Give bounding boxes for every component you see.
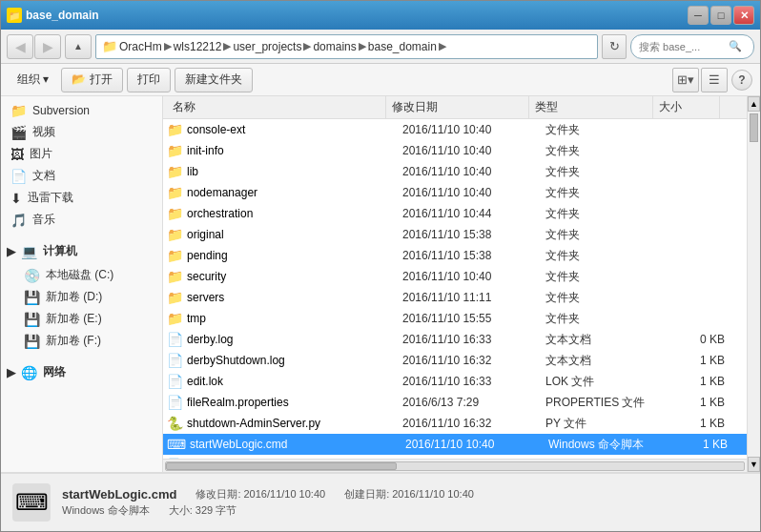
- h-scrollbar-area: [163, 459, 747, 472]
- refresh-button[interactable]: ↻: [602, 34, 627, 59]
- col-header-size[interactable]: 大小: [653, 96, 720, 118]
- table-row[interactable]: 🐍 shutdown-AdminServer.py 2016/11/10 16:…: [163, 413, 747, 434]
- sidebar-item-f-drive[interactable]: 💾 新加卷 (F:): [1, 330, 162, 352]
- sidebar-item-download[interactable]: ⬇ 迅雷下载: [1, 187, 162, 209]
- sidebar-label-video: 视频: [32, 124, 55, 140]
- sidebar-item-d-drive[interactable]: 💾 新加卷 (D:): [1, 286, 162, 308]
- table-row[interactable]: ⌨ startWebLogic.cmd 2016/11/10 10:40 Win…: [163, 434, 747, 455]
- file-date: 2016/11/10 10:40: [397, 186, 540, 199]
- table-row[interactable]: 📁 servers 2016/11/10 11:11 文件夹: [163, 287, 747, 308]
- table-row[interactable]: 📁 console-ext 2016/11/10 10:40 文件夹: [163, 119, 747, 140]
- open-button[interactable]: 📂 打开: [61, 68, 122, 92]
- sidebar-section-network[interactable]: ▶ 🌐 网络: [1, 359, 162, 385]
- toolbar: 组织 ▾ 📂 打开 打印 新建文件夹 ⊞▾ ☰ ?: [1, 64, 760, 96]
- view-mode-button[interactable]: ⊞▾: [672, 68, 699, 92]
- back-button[interactable]: ◀: [7, 34, 33, 59]
- file-type: Windows 命令脚本: [543, 437, 667, 453]
- sidebar-item-pictures[interactable]: 🖼 图片: [1, 143, 162, 165]
- col-header-name[interactable]: 名称: [167, 96, 386, 118]
- e-drive-icon: 💾: [24, 312, 40, 327]
- file-date: 2016/11/10 10:40: [397, 270, 540, 283]
- file-type-icon: 📁: [167, 290, 183, 305]
- file-size: 1 KB: [664, 417, 730, 430]
- view-list-button[interactable]: ☰: [701, 68, 728, 92]
- content-area: 📁 Subversion 🎬 视频 🖼 图片 📄 文档 ⬇ 迅雷下载 🎵: [1, 96, 760, 472]
- new-folder-button[interactable]: 新建文件夹: [175, 68, 253, 92]
- file-list-container: 名称 修改日期 类型 大小 📁 console-ext 2016/11/10 1…: [163, 96, 747, 472]
- network-icon: 🌐: [21, 365, 37, 380]
- address-path[interactable]: 📁 OracHm ▶ wls12212 ▶ user_projects ▶ do…: [95, 34, 598, 59]
- file-type-icon: 📁: [167, 164, 183, 179]
- file-name: security: [187, 270, 397, 283]
- table-row[interactable]: 📁 original 2016/11/10 15:38 文件夹: [163, 224, 747, 245]
- scroll-up-button[interactable]: ▲: [748, 96, 760, 112]
- table-row[interactable]: 📄 fileRealm.properties 2016/6/13 7:29 PR…: [163, 392, 747, 413]
- table-row[interactable]: 📁 pending 2016/11/10 15:38 文件夹: [163, 245, 747, 266]
- close-button[interactable]: ✕: [733, 6, 754, 25]
- sidebar-label-subversion: Subversion: [32, 104, 90, 117]
- file-name: console-ext: [187, 123, 397, 136]
- table-row[interactable]: 📁 lib 2016/11/10 10:40 文件夹: [163, 161, 747, 182]
- search-input[interactable]: [639, 41, 725, 52]
- search-box[interactable]: 🔍: [630, 34, 754, 59]
- file-size: 1 KB: [664, 375, 730, 388]
- help-button[interactable]: ?: [731, 70, 752, 91]
- file-list-header: 名称 修改日期 类型 大小: [163, 96, 747, 119]
- path-segment-4[interactable]: domains: [313, 40, 356, 53]
- file-name: orchestration: [187, 207, 397, 220]
- forward-button[interactable]: ▶: [34, 34, 61, 59]
- path-segment-2[interactable]: wls12212: [174, 40, 222, 53]
- window: 📁 base_domain ─ □ ✕ ◀ ▶ ▲ 📁 OracHm ▶ wls…: [0, 0, 761, 532]
- sidebar-item-e-drive[interactable]: 💾 新加卷 (E:): [1, 308, 162, 330]
- file-type: 文件夹: [540, 269, 664, 285]
- search-icon: 🔍: [729, 40, 742, 52]
- status-modified: 修改日期: 2016/11/10 10:40: [195, 487, 325, 501]
- organize-button[interactable]: 组织 ▾: [9, 68, 57, 92]
- sidebar-item-documents[interactable]: 📄 文档: [1, 165, 162, 187]
- h-scrollbar-thumb[interactable]: [166, 462, 397, 470]
- file-type-icon: 📄: [167, 353, 183, 368]
- d-drive-icon: 💾: [24, 290, 40, 305]
- sidebar-section-computer[interactable]: ▶ 💻 计算机: [1, 238, 162, 264]
- table-row[interactable]: 📄 derby.log 2016/11/10 16:33 文本文档 0 KB: [163, 329, 747, 350]
- file-type: 文件夹: [540, 122, 664, 138]
- sidebar-item-video[interactable]: 🎬 视频: [1, 121, 162, 143]
- table-row[interactable]: 📁 tmp 2016/11/10 15:55 文件夹: [163, 308, 747, 329]
- path-segment-5[interactable]: base_domain: [368, 40, 437, 53]
- file-date: 2016/11/10 10:44: [397, 207, 540, 220]
- sidebar-label-f-drive: 新加卷 (F:): [46, 333, 101, 349]
- window-title: base_domain: [26, 9, 99, 22]
- c-drive-icon: 💿: [24, 268, 40, 283]
- scroll-thumb[interactable]: [750, 113, 758, 142]
- file-type: 文件夹: [540, 185, 664, 201]
- table-row[interactable]: 📁 init-info 2016/11/10 10:40 文件夹: [163, 140, 747, 161]
- file-type-icon: 📁: [167, 143, 183, 158]
- table-row[interactable]: 📄 derbyShutdown.log 2016/11/10 16:32 文本文…: [163, 350, 747, 371]
- h-scrollbar[interactable]: [165, 461, 745, 471]
- table-row[interactable]: 📄 edit.lok 2016/11/10 16:33 LOK 文件 1 KB: [163, 371, 747, 392]
- table-row[interactable]: 📁 security 2016/11/10 10:40 文件夹: [163, 266, 747, 287]
- file-name: init-info: [187, 144, 397, 157]
- file-type: 文件夹: [540, 143, 664, 159]
- file-name: servers: [187, 291, 397, 304]
- status-icon-glyph: ⌨: [15, 489, 49, 516]
- scroll-down-button[interactable]: ▼: [748, 457, 760, 472]
- col-header-date[interactable]: 修改日期: [386, 96, 529, 118]
- col-header-type[interactable]: 类型: [529, 96, 653, 118]
- minimize-button[interactable]: ─: [688, 6, 709, 25]
- sidebar-item-subversion[interactable]: 📁 Subversion: [1, 100, 162, 121]
- path-segment-1[interactable]: OracHm: [119, 40, 162, 53]
- sidebar-item-music[interactable]: 🎵 音乐: [1, 209, 162, 231]
- table-row[interactable]: 📁 orchestration 2016/11/10 10:44 文件夹: [163, 203, 747, 224]
- sidebar-item-c-drive[interactable]: 💿 本地磁盘 (C:): [1, 264, 162, 286]
- path-segment-3[interactable]: user_projects: [233, 40, 301, 53]
- file-type: 文本文档: [540, 353, 664, 369]
- status-created: 创建日期: 2016/11/10 10:40: [344, 487, 474, 501]
- print-button[interactable]: 打印: [127, 68, 171, 92]
- file-name: nodemanager: [187, 186, 397, 199]
- music-icon: 🎵: [10, 213, 27, 228]
- maximize-button[interactable]: □: [710, 6, 731, 25]
- table-row[interactable]: 📁 nodemanager 2016/11/10 10:40 文件夹: [163, 182, 747, 203]
- download-icon: ⬇: [10, 191, 22, 206]
- up-button[interactable]: ▲: [65, 34, 92, 59]
